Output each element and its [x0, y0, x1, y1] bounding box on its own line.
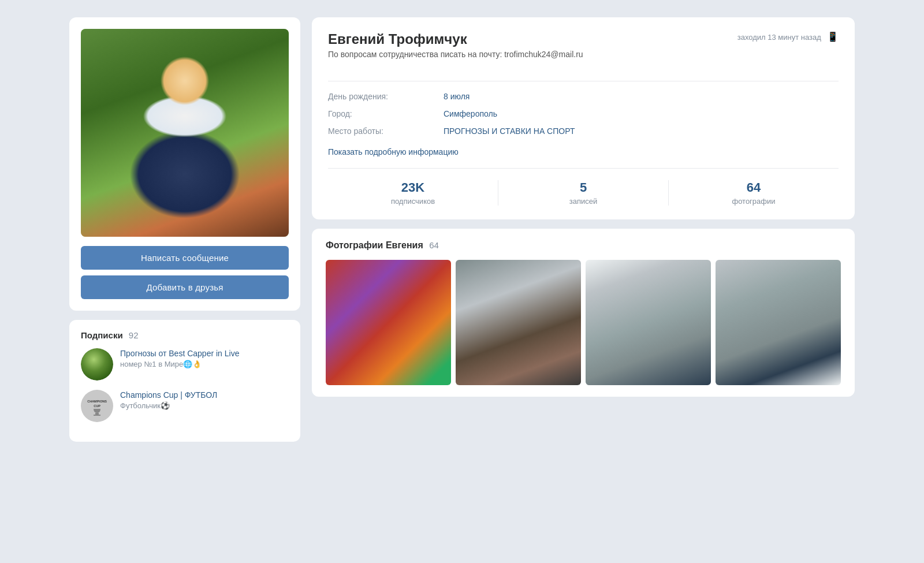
city-value: Симферополь [444, 109, 497, 118]
stat-photos[interactable]: 64 фотографии [668, 180, 839, 206]
subscribers-label: подписчиков [328, 197, 498, 206]
photos-title: Фотографии Евгения 64 [326, 240, 841, 251]
stat-subscribers[interactable]: 23K подписчиков [328, 180, 498, 206]
subscriptions-title: Подписки 92 [81, 330, 289, 340]
photo-thumb-3[interactable] [586, 260, 711, 385]
profile-name-section: Евгений Трофимчук По вопросам сотрудниче… [328, 31, 583, 70]
champions-cup-logo-icon: CHAMPIONS CUP [81, 390, 113, 422]
show-more-section: Показать подробную информацию [328, 144, 839, 156]
work-label: Место работы: [328, 126, 444, 136]
last-seen-section: заходил 13 минут назад 📱 [737, 31, 839, 42]
subscriptions-count: 92 [129, 330, 139, 340]
last-seen-text: заходил 13 минут назад [737, 33, 821, 42]
profile-info-card: Евгений Трофимчук По вопросам сотрудниче… [312, 17, 855, 219]
right-column: Евгений Трофимчук По вопросам сотрудниче… [312, 17, 855, 397]
subscriptions-label: Подписки [81, 330, 123, 340]
divider [328, 81, 839, 81]
posts-label: записей [498, 197, 668, 206]
profile-subtitle: По вопросам сотрудничества писать на поч… [328, 50, 583, 59]
stat-posts[interactable]: 5 записей [498, 180, 668, 206]
work-row: Место работы: ПРОГНОЗЫ И СТАВКИ НА СПОРТ [328, 126, 839, 136]
birthday-label: День рождения: [328, 92, 444, 101]
left-column: Написать сообщение Добавить в друзья Под… [69, 17, 300, 442]
subscribers-count: 23K [328, 180, 498, 195]
city-row: Город: Симферополь [328, 109, 839, 118]
sub-info-champions: Champions Cup | ФУТБОЛ Футбольчик⚽ [120, 390, 289, 410]
profile-header-row: Евгений Трофимчук По вопросам сотрудниче… [328, 31, 839, 70]
svg-rect-3 [95, 413, 99, 415]
photos-title-text: Фотографии Евгения [326, 240, 423, 250]
mobile-icon: 📱 [827, 32, 839, 42]
profile-card: Написать сообщение Добавить в друзья [69, 17, 300, 311]
show-more-link[interactable]: Показать подробную информацию [328, 147, 459, 156]
subscriptions-card: Подписки 92 Прогнозы от Best Capper in L… [69, 320, 300, 442]
subscription-item-champions: CHAMPIONS CUP Champions Cup | ФУТБОЛ Фут… [81, 390, 289, 422]
message-button[interactable]: Написать сообщение [81, 246, 289, 270]
photos-label: фотографии [669, 197, 839, 206]
photo-thumb-2[interactable] [456, 260, 581, 385]
photo-thumb-4[interactable] [716, 260, 841, 385]
sub-avatar-best [81, 348, 113, 381]
profile-avatar [81, 29, 289, 237]
sub-name-champions[interactable]: Champions Cup | ФУТБОЛ [120, 390, 289, 400]
subscription-item: Прогнозы от Best Capper in Live номер №1… [81, 348, 289, 381]
birthday-value: 8 июля [444, 92, 470, 101]
sub-desc-best: номер №1 в Мире🌐👌 [120, 360, 289, 368]
profile-name: Евгений Трофимчук [328, 31, 583, 47]
svg-rect-4 [94, 415, 100, 416]
birthday-row: День рождения: 8 июля [328, 92, 839, 101]
photo-thumb-1[interactable] [326, 260, 451, 385]
stats-row: 23K подписчиков 5 записей 64 фотографии [328, 168, 839, 206]
svg-text:CUP: CUP [94, 404, 100, 408]
photos-card: Фотографии Евгения 64 [312, 229, 855, 397]
work-value: ПРОГНОЗЫ И СТАВКИ НА СПОРТ [444, 126, 575, 136]
photos-grid [326, 260, 841, 385]
photos-count-badge: 64 [429, 240, 439, 250]
city-label: Город: [328, 109, 444, 118]
svg-text:CHAMPIONS: CHAMPIONS [87, 400, 107, 403]
photos-count: 64 [669, 180, 839, 195]
sub-info: Прогнозы от Best Capper in Live номер №1… [120, 348, 289, 368]
sub-desc-champions: Футбольчик⚽ [120, 401, 289, 410]
posts-count: 5 [498, 180, 668, 195]
sub-name-best[interactable]: Прогнозы от Best Capper in Live [120, 348, 289, 359]
sub-avatar-champions: CHAMPIONS CUP [81, 390, 113, 422]
add-friend-button[interactable]: Добавить в друзья [81, 275, 289, 299]
